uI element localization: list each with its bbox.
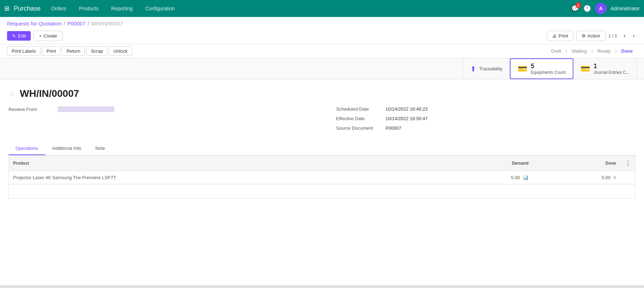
nav-products[interactable]: Products <box>74 4 103 13</box>
breadcrumb: Requests for Quotation / P00007 / WH/IN/… <box>0 17 644 29</box>
journal-entries-count: 1 <box>594 63 630 70</box>
unlock-button[interactable]: Unlock <box>109 46 132 56</box>
clock-icon[interactable]: 🕐 <box>583 5 591 12</box>
pagination-prev[interactable]: ‹ <box>621 31 628 40</box>
chat-icon[interactable]: 💬 1 <box>571 5 579 12</box>
form-right: Scheduled Date 10/14/2022 16:46:23 Effec… <box>322 106 636 135</box>
app-title: Purchase <box>14 5 41 12</box>
step-done: Done <box>617 47 637 55</box>
operations-table: Product Demand Done ⋮ Projector Laser 4K… <box>9 156 635 184</box>
username[interactable]: Administrator <box>611 6 640 11</box>
plus-icon: + <box>39 33 42 39</box>
breadcrumb-current: WH/IN/00007 <box>91 20 123 27</box>
create-button[interactable]: + Create <box>34 31 62 41</box>
breadcrumb-sep2: / <box>88 20 89 27</box>
equipments-count-button[interactable]: 💳 5 Equipments Count <box>510 58 573 79</box>
tab-operations[interactable]: Operations <box>8 142 45 155</box>
gear-icon: ⚙ <box>582 33 586 39</box>
journal-entries-button[interactable]: 💳 1 Journal Entries C... <box>573 58 637 79</box>
tab-note[interactable]: Note <box>88 142 112 155</box>
pagination-info: 1 / 1 <box>608 33 617 39</box>
col-actions: ⋮ <box>620 156 635 171</box>
source-doc-row: Source Document P00007 <box>336 125 636 131</box>
nav-orders[interactable]: Orders <box>46 4 71 13</box>
equipment-icon: 💳 <box>518 64 527 74</box>
source-doc-value: P00007 <box>386 125 401 131</box>
notification-badge: 1 <box>576 2 581 8</box>
scheduled-date-row: Scheduled Date 10/14/2022 16:46:23 <box>336 106 636 112</box>
cell-done: 5.00 ≡ <box>533 171 620 184</box>
breadcrumb-sep1: / <box>64 20 65 27</box>
cell-demand: 5.00 📊 <box>433 171 533 184</box>
col-product: Product <box>9 156 433 171</box>
action-bar: ✎ ✎ Edit Edit + Create 🖨 Print ⚙ Action … <box>0 29 644 44</box>
effective-date-label: Effective Date <box>336 116 386 121</box>
form-grid: Receive From Scheduled Date 10/14/2022 1… <box>8 106 636 135</box>
receive-from-row: Receive From <box>8 106 308 112</box>
breadcrumb-rfq[interactable]: Requests for Quotation <box>7 20 61 27</box>
tabs-bar: Operations Additional Info Note <box>8 142 636 155</box>
return-button[interactable]: Return <box>62 46 85 56</box>
source-doc-label: Source Document <box>336 125 386 131</box>
upload-icon: ⬆ <box>470 65 476 73</box>
pipeline: Draft › Waiting › Ready › Done <box>547 47 637 55</box>
avatar[interactable]: A <box>595 3 607 14</box>
favorite-button[interactable]: ☆ <box>8 89 16 98</box>
smart-buttons-area: ⬆ Traceability 💳 5 Equipments Count 💳 1 … <box>0 58 644 80</box>
grid-icon[interactable]: ⊞ <box>4 5 10 12</box>
nav-configuration[interactable]: Configuration <box>141 4 180 13</box>
edit-icon: ✎ <box>12 33 16 39</box>
col-demand: Demand <box>433 156 533 171</box>
chart-icon[interactable]: 📊 <box>523 175 529 180</box>
receive-from-label: Receive From <box>8 107 58 112</box>
nav-reporting[interactable]: Reporting <box>106 4 138 13</box>
tab-additional-info[interactable]: Additional Info <box>45 142 88 155</box>
col-done: Done <box>533 156 620 171</box>
journal-icon: 💳 <box>580 64 590 74</box>
journal-entries-label: Journal Entries C... <box>594 70 630 75</box>
breadcrumb-po[interactable]: P00007 <box>67 20 85 27</box>
cell-product: Projector Laser 4K Samsung The Premiere … <box>9 171 433 184</box>
scrap-button[interactable]: Scrap <box>86 46 107 56</box>
pagination-next[interactable]: › <box>631 31 637 40</box>
record-title-row: ☆ WH/IN/00007 <box>8 88 636 99</box>
effective-date-row: Effective Date 10/14/2022 16:50:47 <box>336 116 636 121</box>
equipments-count: 5 <box>531 63 566 70</box>
traceability-button[interactable]: ⬆ Traceability <box>463 58 510 79</box>
main-content: ☆ WH/IN/00007 Receive From Scheduled Dat… <box>0 80 644 199</box>
step-waiting: Waiting <box>567 47 591 55</box>
receive-from-value <box>58 106 114 112</box>
step-draft: Draft <box>547 47 565 55</box>
topnav: ⊞ Purchase Orders Products Reporting Con… <box>0 0 644 17</box>
print-icon: 🖨 <box>552 33 557 39</box>
print-button[interactable]: 🖨 Print <box>547 31 573 41</box>
print-button2[interactable]: Print <box>42 46 61 56</box>
status-bar: Print Labels Print Return Scrap Unlock D… <box>0 44 644 58</box>
table-row: Projector Laser 4K Samsung The Premiere … <box>9 171 635 184</box>
cell-row-actions <box>620 171 635 184</box>
equipments-label: Equipments Count <box>531 70 566 75</box>
list-icon[interactable]: ≡ <box>613 175 616 180</box>
effective-date-value: 10/14/2022 16:50:47 <box>386 116 428 121</box>
step-ready: Ready <box>593 47 615 55</box>
edit-button[interactable]: ✎ ✎ Edit Edit <box>7 31 31 41</box>
record-title: WH/IN/00007 <box>20 88 79 99</box>
table-container: Product Demand Done ⋮ Projector Laser 4K… <box>8 155 636 199</box>
more-actions-icon[interactable]: ⋮ <box>625 160 631 167</box>
scheduled-date-label: Scheduled Date <box>336 106 386 112</box>
print-labels-button[interactable]: Print Labels <box>7 46 41 56</box>
form-left: Receive From <box>8 106 322 135</box>
table-footer <box>9 184 635 198</box>
action-button[interactable]: ⚙ Action <box>576 31 606 41</box>
scheduled-date-value: 10/14/2022 16:46:23 <box>386 106 428 112</box>
